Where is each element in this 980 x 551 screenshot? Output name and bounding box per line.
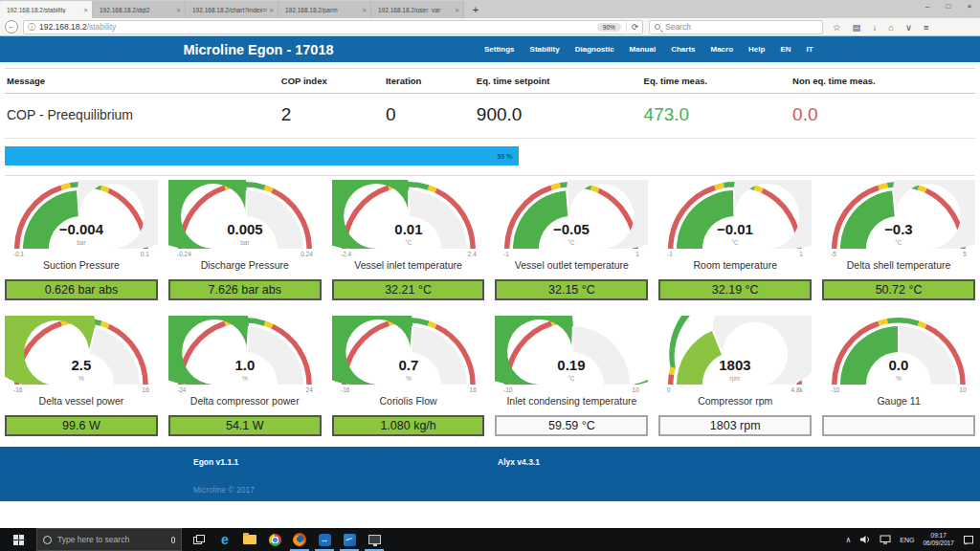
network-app-icon[interactable] xyxy=(362,528,387,551)
browser-tab[interactable]: 192.168.18.2/parm× xyxy=(278,1,371,18)
language-indicator[interactable]: ENG xyxy=(900,537,914,543)
downloads-icon[interactable]: ↓ xyxy=(873,22,878,33)
gauge-arc: 0.01°C-2.42.4 xyxy=(332,180,485,258)
teamviewer-icon[interactable] xyxy=(312,528,337,551)
url-bar[interactable]: ⓘ 192.168.18.2 /stability 90% ⟳ xyxy=(23,20,643,34)
site-info-icon[interactable]: ⓘ xyxy=(28,22,35,33)
status-row: COP - Preequilibrium 2 0 900.0 473.0 0.0 xyxy=(5,94,975,139)
network-icon[interactable] xyxy=(880,535,891,544)
gauge-value-box: 32.21 °C xyxy=(332,279,485,300)
taskbar-search-placeholder: Type here to search xyxy=(57,535,167,544)
clock[interactable]: 09:17 06/09/2017 xyxy=(923,532,954,547)
gauge-label: Discharge Pressure xyxy=(168,259,322,271)
gauge: 1803rpm04.8kCompressor rpm xyxy=(658,316,812,407)
close-tab-icon[interactable]: × xyxy=(270,6,274,14)
gauge-label: Room temperature xyxy=(658,259,812,271)
url-path: /stability xyxy=(87,22,117,32)
taskbar-search-input[interactable]: Type here to search xyxy=(36,528,182,551)
gauge-unit: % xyxy=(78,375,84,382)
maximize-button[interactable]: □ xyxy=(938,0,959,13)
eq-time-meas-value: 473.0 xyxy=(644,104,793,125)
gauge-label: Gauge 11 xyxy=(822,395,975,407)
speaker-icon[interactable] xyxy=(859,535,871,544)
toolbar-icons: ☆ ▤ ↓ ⌂ ∨ ≡ xyxy=(833,22,929,33)
gauge-max: 10 xyxy=(960,386,968,393)
bookmark-star-icon[interactable]: ☆ xyxy=(833,22,841,33)
nav-macro[interactable]: Macro xyxy=(711,45,734,54)
browser-tab[interactable]: 192.168.18.2/stability× xyxy=(0,1,93,18)
nav-help[interactable]: Help xyxy=(748,45,765,54)
new-tab-button[interactable]: + xyxy=(464,4,487,15)
search-placeholder: Search xyxy=(665,22,691,32)
gauge-arc: 0.19°C-1010 xyxy=(495,316,648,394)
eq-time-setpoint-value: 900.0 xyxy=(477,104,644,125)
nav-diagnostic[interactable]: Diagnostic xyxy=(575,45,614,54)
blue-app-icon[interactable] xyxy=(337,528,362,551)
nav-manual[interactable]: Manual xyxy=(630,45,657,54)
pocket-icon[interactable]: ∨ xyxy=(905,22,912,33)
gauge: 0.19°C-1010Inlet condensing temperature xyxy=(495,316,648,407)
gauge-max: 5 xyxy=(963,251,967,257)
home-icon[interactable]: ⌂ xyxy=(888,22,894,33)
tab-title: 192.168.18.2/user_var xyxy=(378,7,453,13)
gauge: −0.01°C-11Room temperature xyxy=(658,180,812,271)
gauge-unit: °C xyxy=(895,239,902,246)
tab-title: 192.168.18.2/chart?index=0 xyxy=(192,7,267,13)
minimize-button[interactable]: – xyxy=(917,0,938,13)
reload-icon[interactable]: ⟳ xyxy=(632,22,638,32)
file-explorer-icon[interactable] xyxy=(237,528,262,551)
nav-en[interactable]: EN xyxy=(780,45,791,54)
close-tab-icon[interactable]: × xyxy=(363,6,367,14)
progress-fill: 53 % xyxy=(5,146,519,165)
gauge: −0.05°C-11Vessel outlet temperature xyxy=(495,180,648,271)
window-controls: – □ × xyxy=(917,0,980,13)
close-tab-icon[interactable]: × xyxy=(177,6,181,14)
gauge-min: -24 xyxy=(177,386,187,393)
chrome-icon[interactable] xyxy=(262,528,287,551)
gauge-label: Vessel outlet temperature xyxy=(495,259,648,271)
system-tray: ∧ ENG 09:17 06/09/2017 xyxy=(845,532,980,547)
browser-tab[interactable]: 192.168.18.2/user_var× xyxy=(371,1,464,18)
gauge-value-box: 59.59 °C xyxy=(495,415,648,436)
gauge-value: 0.005 xyxy=(227,221,262,237)
browser-tab[interactable]: 192.168.18.2/dgt2× xyxy=(93,1,186,18)
close-button[interactable]: × xyxy=(959,0,980,13)
menu-icon[interactable]: ≡ xyxy=(924,22,929,33)
back-button[interactable]: ← xyxy=(5,20,18,33)
close-tab-icon[interactable]: × xyxy=(456,6,459,14)
gauge-unit: bar xyxy=(77,239,86,246)
tab-title: 192.168.18.2/dgt2 xyxy=(100,7,174,13)
app-footer: Egon v1.1.1 Alyx v4.3.1 Microline © 2017 xyxy=(0,447,980,501)
gauge-arc: −0.004bar-0.10.1 xyxy=(5,180,158,258)
tab-title: 192.168.18.2/parm xyxy=(285,7,360,13)
firefox-icon[interactable] xyxy=(287,528,312,551)
microphone-icon[interactable] xyxy=(171,537,175,543)
gauge-arc: −0.01°C-11 xyxy=(658,180,812,258)
gauge-unit: % xyxy=(242,375,248,382)
gauge-unit: °C xyxy=(568,375,576,382)
browser-tab[interactable]: 192.168.18.2/chart?index=0× xyxy=(186,1,278,18)
start-button[interactable] xyxy=(0,528,36,551)
nav-charts[interactable]: Charts xyxy=(671,45,695,54)
nav-stability[interactable]: Stability xyxy=(530,45,560,54)
nav-settings[interactable]: Settings xyxy=(484,45,515,54)
gauge: 0.01°C-2.42.4Vessel inlet temperature xyxy=(332,180,485,271)
edge-icon[interactable]: e xyxy=(212,528,237,551)
gauge-label: Suction Pressure xyxy=(5,259,158,271)
gauge: 2.5%-1616Delta vessel power xyxy=(5,316,158,407)
gauge-value: 0.19 xyxy=(558,357,586,373)
gauge-value-box: 7.626 bar abs xyxy=(168,279,322,300)
gauge-value: −0.3 xyxy=(884,221,913,237)
zoom-level-badge[interactable]: 90% xyxy=(597,23,621,32)
action-center-icon[interactable] xyxy=(963,535,974,545)
copyright: Microline © 2017 xyxy=(193,485,255,495)
close-tab-icon[interactable]: × xyxy=(84,6,88,14)
tray-chevron-icon[interactable]: ∧ xyxy=(845,536,851,544)
nav-it[interactable]: IT xyxy=(807,45,813,54)
page-title: Microline Egon - 17018 xyxy=(183,42,333,57)
task-view-button[interactable] xyxy=(193,535,205,545)
gauge-unit: % xyxy=(896,375,902,382)
gauge-unit: rpm xyxy=(730,375,741,383)
search-input[interactable]: Search xyxy=(649,20,823,34)
library-icon[interactable]: ▤ xyxy=(853,22,861,33)
